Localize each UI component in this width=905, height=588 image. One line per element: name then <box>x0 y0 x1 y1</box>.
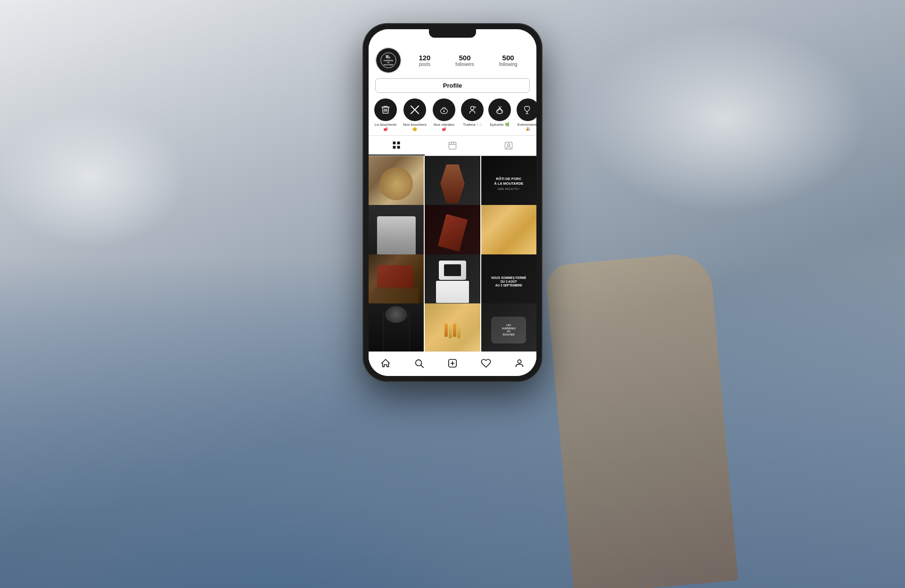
grid-cell-5[interactable] <box>425 205 480 260</box>
svg-rect-19 <box>505 142 512 149</box>
grid-cell-11[interactable] <box>425 303 480 351</box>
nav-add[interactable] <box>442 353 463 374</box>
svg-point-26 <box>518 359 521 363</box>
highlight-1[interactable]: La boucherie 🥩 <box>373 98 398 131</box>
grid-cell-9-title: NOUS SOMMES FERMÉDU 3 AOÛTAU 3 SEPTEMBRE <box>491 276 526 288</box>
svg-rect-15 <box>449 142 456 149</box>
profile-button[interactable]: Profile <box>375 78 530 93</box>
grid-cell-6[interactable] <box>481 205 536 260</box>
svg-point-10 <box>497 109 503 114</box>
profile-stats: 120 posts 500 followers 500 following <box>406 54 530 67</box>
grid-cell-4[interactable] <box>369 205 424 260</box>
svg-rect-14 <box>397 146 400 149</box>
highlight-label-4: Traiteur 🍽️ <box>463 122 482 127</box>
grid-cell-9[interactable]: NOUS SOMMES FERMÉDU 3 AOÛTAU 3 SEPTEMBRE <box>481 254 536 310</box>
highlight-label-3: Nos viandes 🥩 <box>432 122 456 131</box>
view-tabs <box>369 135 536 156</box>
svg-point-9 <box>470 106 474 110</box>
grid-cell-12[interactable]: LESSURPRISESDUBOUCHER <box>481 303 536 351</box>
tab-grid[interactable] <box>369 136 425 155</box>
highlight-label-1: La boucherie 🥩 <box>373 122 398 131</box>
svg-point-8 <box>444 111 445 112</box>
highlight-circle-4 <box>461 98 484 121</box>
posts-label: posts <box>419 62 430 67</box>
scene: LES SURPRISES DU BOUCHER <box>0 0 905 588</box>
grid-cell-2[interactable] <box>425 156 480 211</box>
avatar[interactable]: LES SURPRISES DU BOUCHER <box>375 47 402 74</box>
highlight-circle-1 <box>374 98 397 121</box>
svg-text:SURPRISES: SURPRISES <box>384 60 394 62</box>
svg-rect-12 <box>397 142 400 145</box>
grid-cell-3-title: RÔTI DE PORCÀ LA MOUTARDE <box>494 177 523 186</box>
posts-count: 120 <box>419 54 430 61</box>
nav-heart[interactable] <box>476 353 496 374</box>
highlight-label-6: Evènements 🎉 <box>516 122 536 131</box>
highlight-circle-2 <box>403 98 426 121</box>
bottom-nav <box>369 351 536 376</box>
profile-btn-area: Profile <box>369 76 536 97</box>
posts-stat[interactable]: 120 posts <box>419 54 430 67</box>
grid-cell-7[interactable] <box>369 254 424 310</box>
hand-bg-shape <box>545 252 738 588</box>
highlight-circle-5 <box>488 98 511 121</box>
grid-cell-1[interactable] <box>369 156 424 211</box>
grid-cell-12-logo: LESSURPRISESDUBOUCHER <box>502 324 516 336</box>
highlight-label-5: Epicerie 🌿 <box>490 122 509 127</box>
following-count: 500 <box>502 54 514 61</box>
followers-label: followers <box>455 62 474 67</box>
tab-reels[interactable] <box>425 136 481 155</box>
followers-count: 500 <box>459 54 471 61</box>
nav-home[interactable] <box>375 353 396 374</box>
tab-tagged[interactable] <box>480 136 536 155</box>
grid-cell-8[interactable] <box>425 254 480 310</box>
svg-rect-13 <box>393 146 396 149</box>
phone-frame: LES SURPRISES DU BOUCHER <box>363 24 542 382</box>
notch-bar <box>369 29 536 43</box>
grid-cell-10[interactable] <box>369 303 424 351</box>
following-label: following <box>499 62 518 67</box>
highlight-6[interactable]: Evènements 🎉 <box>516 98 536 131</box>
phone-notch <box>429 29 476 38</box>
svg-line-22 <box>421 365 423 368</box>
svg-text:BOUCHER: BOUCHER <box>384 64 393 66</box>
highlight-label-2: Nos bouchers 😊 <box>403 122 427 131</box>
highlights-row: La boucherie 🥩 Nos bouchers 😊 <box>369 97 536 135</box>
grid-cell-3-subtitle: IDÉE RECETTE ! <box>498 188 520 190</box>
phone-screen: LES SURPRISES DU BOUCHER <box>369 29 536 376</box>
instagram-content: LES SURPRISES DU BOUCHER <box>369 43 536 376</box>
following-stat[interactable]: 500 following <box>499 54 518 67</box>
nav-profile[interactable] <box>509 353 530 374</box>
followers-stat[interactable]: 500 followers <box>455 54 474 67</box>
highlight-circle-3 <box>433 98 455 121</box>
svg-point-20 <box>507 144 510 146</box>
nav-search[interactable] <box>409 353 429 374</box>
grid-cell-3[interactable]: RÔTI DE PORCÀ LA MOUTARDE IDÉE RECETTE ! <box>481 156 536 211</box>
svg-rect-11 <box>393 142 396 145</box>
highlight-3[interactable]: Nos viandes 🥩 <box>432 98 456 131</box>
highlight-circle-6 <box>517 98 536 121</box>
highlight-2[interactable]: Nos bouchers 😊 <box>403 98 427 131</box>
photo-grid: RÔTI DE PORCÀ LA MOUTARDE IDÉE RECETTE ! <box>369 156 536 351</box>
highlight-4[interactable]: Traiteur 🍽️ <box>461 98 484 131</box>
profile-header: LES SURPRISES DU BOUCHER <box>369 43 536 76</box>
phone-wrapper: LES SURPRISES DU BOUCHER <box>363 24 542 382</box>
highlight-5[interactable]: Epicerie 🌿 <box>488 98 511 131</box>
